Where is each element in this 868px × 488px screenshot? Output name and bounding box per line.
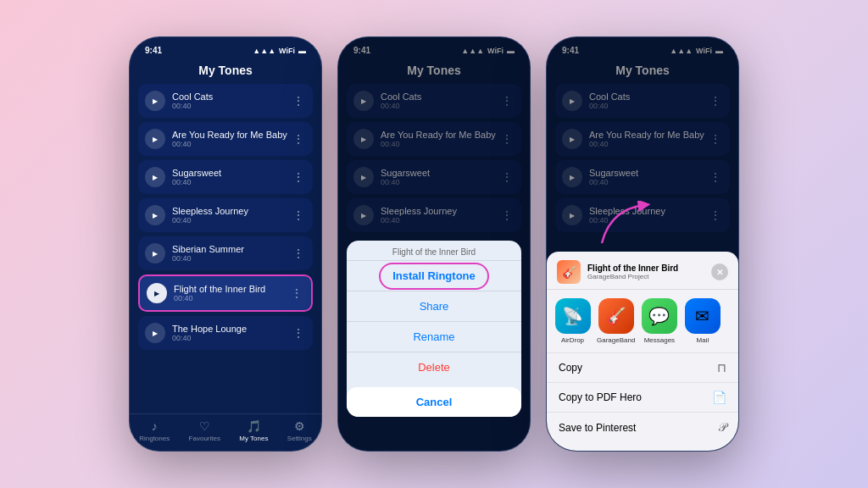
delete-btn[interactable]: Delete — [347, 352, 521, 382]
airdrop-icon: 📡 — [555, 298, 591, 334]
nav-ringtones[interactable]: ♪ Ringtones — [139, 419, 170, 442]
pinterest-label: Save to Pinterest — [559, 422, 636, 434]
copy-pdf-label: Copy to PDF Hero — [559, 391, 642, 403]
tone-item-are-you-ready[interactable]: ▶ Are You Ready for Me Baby00:40 ⋮ — [138, 122, 313, 156]
share-garageband[interactable]: 🎸 GarageBand — [597, 298, 635, 344]
tone-item-flight[interactable]: ▶ Flight of the Inner Bird00:40 ⋮ — [138, 274, 313, 312]
more-sleepless[interactable]: ⋮ — [291, 208, 306, 222]
share-airdrop[interactable]: 📡 AirDrop — [554, 298, 592, 344]
phone-3: 9:41 ▲▲▲ WiFi ▬ My Tones ▶ Cool Cats00:4… — [546, 36, 739, 452]
action-sheet-title: Flight of the Inner Bird — [347, 241, 521, 260]
nav-my-tones[interactable]: 🎵 My Tones — [239, 419, 268, 442]
share-apps-row: 📡 AirDrop 🎸 GarageBand 💬 Messages ✉ Mail — [547, 290, 738, 352]
phone-2: 9:41 ▲▲▲ WiFi ▬ My Tones ▶ Cool Cats00:4… — [337, 36, 531, 452]
action-copy-pdf[interactable]: Copy to PDF Hero 📄 — [547, 382, 738, 412]
wifi-icon: WiFi — [279, 47, 295, 55]
share-sheet: 🎸 Flight of the Inner Bird GarageBand Pr… — [547, 252, 738, 451]
time-1: 9:41 — [145, 46, 162, 55]
nav-favourites[interactable]: ♡ Favourites — [189, 419, 220, 442]
rename-btn[interactable]: Rename — [347, 321, 521, 352]
tone-item-sugarsweet[interactable]: ▶ Sugarsweet00:40 ⋮ — [138, 160, 313, 194]
app-title-1: My Tones — [130, 58, 321, 84]
cancel-btn[interactable]: Cancel — [347, 387, 521, 417]
play-hope[interactable]: ▶ — [145, 323, 165, 343]
pdf-icon: 📄 — [712, 391, 726, 404]
battery-icon: ▬ — [298, 47, 306, 55]
action-sheet: Flight of the Inner Bird Install Rington… — [347, 241, 521, 417]
play-cool-cats[interactable]: ▶ — [145, 91, 165, 111]
play-sugarsweet[interactable]: ▶ — [145, 167, 165, 187]
share-subtitle: GarageBand Project — [587, 273, 711, 280]
status-bar-1: 9:41 ▲▲▲ WiFi ▬ — [130, 37, 321, 58]
tone-item-siberian[interactable]: ▶ Siberian Summer00:40 ⋮ — [138, 236, 313, 270]
pinterest-icon: 𝒫 — [718, 420, 726, 435]
action-copy[interactable]: Copy ⊓ — [547, 352, 738, 382]
copy-icon: ⊓ — [717, 361, 726, 374]
garageband-icon: 🎸 — [598, 298, 634, 334]
mail-icon: ✉ — [685, 298, 721, 334]
messages-icon: 💬 — [642, 298, 677, 334]
share-app-icon: 🎸 — [557, 260, 581, 284]
share-mail[interactable]: ✉ Mail — [683, 298, 721, 344]
action-pinterest[interactable]: Save to Pinterest 𝒫 — [547, 412, 738, 442]
more-are-you-ready[interactable]: ⋮ — [291, 132, 306, 146]
phone-1: 9:41 ▲▲▲ WiFi ▬ My Tones ▶ Cool Cats00:4… — [129, 36, 322, 452]
play-flight[interactable]: ▶ — [147, 283, 167, 303]
nav-settings[interactable]: ⚙ Settings — [287, 419, 312, 442]
more-cool-cats[interactable]: ⋮ — [291, 94, 306, 108]
share-messages[interactable]: 💬 Messages — [640, 298, 678, 344]
more-hope[interactable]: ⋮ — [291, 326, 306, 340]
tone-item-sleepless[interactable]: ▶ Sleepless Journey00:40 ⋮ — [138, 198, 313, 232]
copy-label: Copy — [559, 362, 582, 374]
share-btn[interactable]: Share — [347, 291, 521, 321]
tone-item-cool-cats[interactable]: ▶ Cool Cats00:40 ⋮ — [138, 84, 313, 118]
tone-item-hope[interactable]: ▶ The Hope Lounge00:40 ⋮ — [138, 316, 313, 350]
play-siberian[interactable]: ▶ — [145, 243, 165, 263]
more-sugarsweet[interactable]: ⋮ — [291, 170, 306, 184]
play-are-you-ready[interactable]: ▶ — [145, 129, 165, 149]
more-siberian[interactable]: ⋮ — [291, 247, 306, 260]
play-sleepless[interactable]: ▶ — [145, 205, 165, 225]
more-flight[interactable]: ⋮ — [289, 286, 304, 300]
share-title: Flight of the Inner Bird — [587, 263, 711, 273]
phones-container: 9:41 ▲▲▲ WiFi ▬ My Tones ▶ Cool Cats00:4… — [129, 36, 739, 452]
share-close-btn[interactable]: ✕ — [711, 263, 728, 280]
share-header: 🎸 Flight of the Inner Bird GarageBand Pr… — [547, 252, 738, 290]
install-ringtone-btn[interactable]: Install Ringtone — [347, 260, 521, 291]
bottom-nav-1: ♪ Ringtones ♡ Favourites 🎵 My Tones ⚙ Se… — [130, 413, 321, 451]
signal-icon: ▲▲▲ — [253, 47, 275, 55]
tone-list-1: ▶ Cool Cats00:40 ⋮ ▶ Are You Ready for M… — [130, 84, 321, 413]
